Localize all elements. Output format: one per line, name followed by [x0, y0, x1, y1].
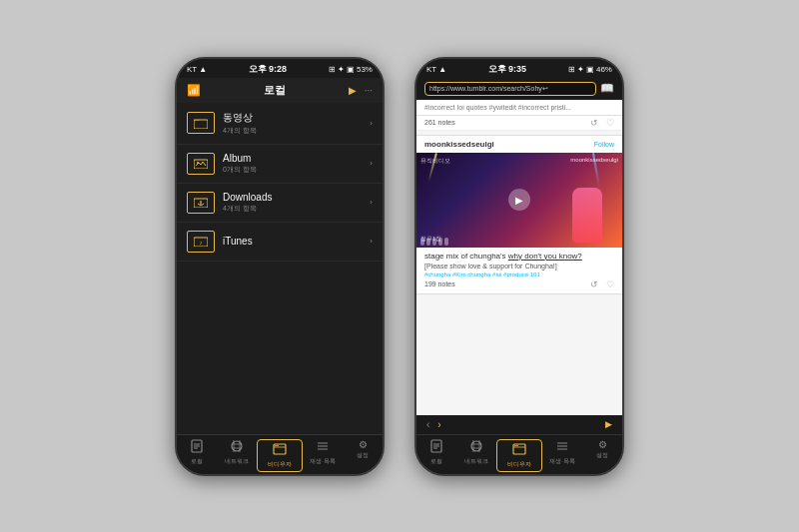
folder-icon-video: [187, 112, 215, 134]
tab-network-2[interactable]: 네트워크: [456, 439, 496, 472]
file-name-album: Album: [223, 153, 370, 164]
tab-label-playlist-2: 재생 목록: [549, 457, 575, 466]
tab-label-browser-2: 비디우자: [507, 460, 531, 469]
tab-settings-2[interactable]: ⚙ 설정: [582, 439, 622, 472]
tab-label-network-2: 네트워크: [464, 457, 488, 466]
tab-icon-playlist-2: [555, 439, 569, 456]
nav-bar-1: 📶 로컬 ▶ ···: [177, 78, 383, 103]
bookmark-icon[interactable]: 📖: [600, 82, 614, 95]
post-title-text: stage mix of chungha's: [424, 252, 508, 261]
svg-rect-0: [194, 120, 208, 129]
play-icon-1[interactable]: ▶: [349, 85, 357, 96]
file-info-downloads: Downloads 4개의 항목: [223, 192, 370, 214]
svg-text:♪: ♪: [200, 240, 203, 246]
post-header: moonkissedseulgi Follow: [416, 136, 622, 153]
reblog-icon-1[interactable]: ↺: [590, 118, 598, 128]
svg-point-35: [516, 444, 518, 446]
heart-icon-2[interactable]: ♡: [606, 279, 614, 289]
tab-icon-network: [230, 439, 244, 456]
file-item-itunes[interactable]: ♪ iTunes ›: [177, 223, 383, 262]
file-sub-album: 0개의 항목: [223, 165, 370, 175]
url-input[interactable]: https://www.tumblr.com/search/Sohy↩: [424, 82, 596, 96]
file-info-video: 동영상 4개의 항목: [223, 111, 370, 136]
heart-icon-1[interactable]: ♡: [606, 118, 614, 128]
tab-label-settings-2: 설정: [596, 451, 608, 460]
file-info-itunes: iTunes: [223, 236, 370, 248]
tab-network-1[interactable]: 네트워크: [217, 439, 257, 472]
battery-2: 46%: [596, 65, 612, 74]
tab-icon-settings: ⚙: [359, 439, 368, 450]
url-bar: https://www.tumblr.com/search/Sohy↩ 📖: [416, 78, 622, 100]
file-item-downloads[interactable]: Downloads 4개의 항목 ›: [177, 184, 383, 223]
file-name-itunes: iTunes: [223, 236, 370, 247]
carrier-2: KT: [426, 65, 436, 74]
tab-label-local-1: 로컬: [191, 457, 203, 466]
tab-label-settings-1: 설정: [357, 451, 369, 460]
post-title-link[interactable]: why don't you know?: [508, 252, 582, 261]
forward-button[interactable]: ›: [437, 419, 440, 430]
folder-icon-downloads: [187, 192, 215, 214]
first-post-tags: #incorrect loi quotes #ywitedit #incorre…: [416, 100, 622, 116]
post-notes: 199 notes ↺ ♡: [424, 279, 614, 289]
back-button[interactable]: ‹: [426, 419, 429, 430]
tab-label-local-2: 로컬: [430, 457, 442, 466]
wifi-nav-icon: 📶: [187, 84, 201, 97]
file-item-video[interactable]: 동영상 4개의 항목 ›: [177, 103, 383, 145]
tab-icon-local: [190, 439, 204, 456]
tab-local-2[interactable]: 로컬: [416, 439, 456, 472]
tab-settings-1[interactable]: ⚙ 설정: [343, 439, 383, 472]
svg-point-18: [275, 444, 277, 446]
icons-2: ⊞ ✦ ▣: [568, 65, 594, 74]
image-overlay-bottom: 정규1집: [420, 235, 441, 244]
tab-label-network-1: 네트워크: [225, 457, 249, 466]
file-item-album[interactable]: Album 0개의 항목 ›: [177, 145, 383, 184]
post-block: moonkissedseulgi Follow ▶ 뮤직비디오 moonkiss…: [416, 135, 622, 294]
tab-icon-network-2: [469, 439, 483, 456]
tab-playlist-1[interactable]: 재생 목록: [303, 439, 343, 472]
status-left-2: KT ▲: [426, 65, 446, 74]
tab-browser-1[interactable]: 비디우자: [257, 439, 303, 472]
svg-point-27: [471, 441, 481, 451]
svg-point-2: [197, 162, 199, 164]
post-title: stage mix of chungha's why don't you kno…: [424, 252, 614, 261]
file-sub-video: 4개의 항목: [223, 126, 370, 136]
play-button-overlay[interactable]: ▶: [508, 189, 530, 211]
notes-count-2: 199 notes: [424, 280, 455, 287]
tab-icon-playlist: [316, 439, 330, 456]
notes-count-1: 261 notes: [424, 119, 455, 126]
tab-icon-settings-2: ⚙: [598, 439, 607, 450]
wifi-icon-2: ▲: [438, 65, 446, 74]
tab-label-playlist-1: 재생 목록: [310, 457, 336, 466]
tab-icon-local-2: [429, 439, 443, 456]
tab-label-browser-1: 비디우자: [268, 460, 292, 469]
post-image[interactable]: ▶ 뮤직비디오 moonkissedseulgi 정규1집: [416, 153, 622, 248]
svg-point-11: [232, 441, 242, 451]
wifi-icon-1: ▲: [199, 65, 207, 74]
browser-content: #incorrect loi quotes #ywitedit #incorre…: [416, 100, 622, 415]
tab-bar-2: 로컬 네트워크 비디우자 재생 목록 ⚙ 설정: [416, 434, 622, 474]
status-right-2: ⊞ ✦ ▣ 46%: [568, 65, 612, 74]
reblog-icon-2[interactable]: ↺: [590, 279, 598, 289]
phone-1: KT ▲ 오후 9:28 ⊞ ✦ ▣ 53% 📶 로컬 ▶ ···: [175, 57, 385, 476]
file-sub-downloads: 4개의 항목: [223, 204, 370, 214]
chevron-album: ›: [370, 159, 373, 168]
battery-1: 53%: [357, 65, 373, 74]
dots-icon-1[interactable]: ···: [365, 85, 373, 96]
follow-button[interactable]: Follow: [594, 141, 614, 148]
svg-point-19: [277, 444, 279, 446]
file-list: 동영상 4개의 항목 › Album 0개의 항목 ›: [177, 103, 383, 434]
file-name-video: 동영상: [223, 111, 370, 125]
icons-1: ⊞ ✦ ▣: [329, 65, 355, 74]
status-right-1: ⊞ ✦ ▣ 53%: [329, 65, 373, 74]
note-actions-1: ↺ ♡: [590, 118, 614, 128]
post-bracket: [Please show love & support for Chungha!…: [424, 263, 614, 269]
file-info-album: Album 0개의 항목: [223, 153, 370, 175]
nav-go-button[interactable]: ▶: [605, 419, 612, 429]
tab-local-1[interactable]: 로컬: [177, 439, 217, 472]
svg-point-34: [514, 444, 516, 446]
tab-browser-2[interactable]: 비디우자: [496, 439, 542, 472]
concert-person: [572, 188, 602, 243]
image-overlay-user: moonkissedseulgi: [570, 157, 618, 163]
chevron-video: ›: [370, 119, 373, 128]
tab-playlist-2[interactable]: 재생 목록: [542, 439, 582, 472]
